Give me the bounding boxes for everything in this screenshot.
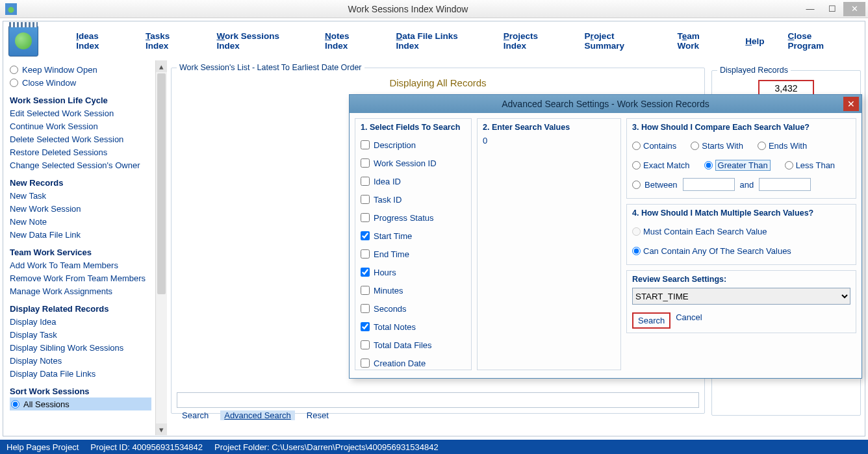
cmp-greater[interactable]: Greater Than bbox=[704, 160, 771, 171]
logo-icon bbox=[8, 25, 38, 57]
statusbar: Help Pages Project Project ID: 400956931… bbox=[0, 440, 868, 454]
worklist-legend: Work Session's List - Latest To Earliest… bbox=[177, 63, 364, 72]
scroll-up-icon[interactable]: ▴ bbox=[156, 60, 167, 72]
field-minutes[interactable]: Minutes bbox=[361, 281, 466, 299]
menu-notes[interactable]: Notes Index bbox=[325, 31, 373, 51]
scroll-down-icon[interactable]: ▾ bbox=[156, 423, 167, 435]
advanced-search-dialog: Advanced Search Settings - Work Session … bbox=[349, 94, 862, 379]
nav-remove-work-team[interactable]: Remove Work From Team Members bbox=[10, 271, 151, 284]
field-creation-date[interactable]: Creation Date bbox=[361, 354, 466, 372]
field-task-id[interactable]: Task ID bbox=[361, 190, 466, 208]
menu-close-program[interactable]: Close Program bbox=[788, 31, 848, 51]
tab-reset[interactable]: Reset bbox=[307, 410, 329, 420]
field-start-time[interactable]: Start Time bbox=[361, 227, 466, 245]
close-window[interactable]: Close Window bbox=[10, 76, 151, 89]
scroll-thumb[interactable] bbox=[157, 73, 166, 294]
field-seconds[interactable]: Seconds bbox=[361, 299, 466, 318]
cmp-ends[interactable]: Ends With bbox=[758, 141, 807, 151]
between-to[interactable] bbox=[759, 178, 811, 191]
nav-disp-idea[interactable]: Display Idea bbox=[10, 315, 151, 328]
search-value-0: 0 bbox=[483, 136, 615, 145]
cancel-button[interactable]: Cancel bbox=[676, 312, 702, 329]
nav-add-work-team[interactable]: Add Work To Team Members bbox=[10, 259, 151, 271]
field-total-data-files[interactable]: Total Data Files bbox=[361, 336, 466, 354]
left-nav: Keep Window Open Close Window Work Sessi… bbox=[3, 60, 155, 435]
nav-head-team: Team Work Services bbox=[10, 247, 151, 257]
menu-ideas[interactable]: Ideas Index bbox=[76, 31, 122, 51]
nav-new-work[interactable]: New Work Session bbox=[10, 202, 151, 215]
menu-tasks[interactable]: Tasks Index bbox=[146, 31, 193, 51]
nav-disp-datafile[interactable]: Display Data File Links bbox=[10, 367, 151, 380]
review-label: Review Search Settings: bbox=[632, 275, 850, 284]
field-total-notes[interactable]: Total Notes bbox=[361, 318, 466, 336]
nav-head-related: Display Related Records bbox=[10, 304, 151, 314]
cmp-contains[interactable]: Contains bbox=[632, 141, 676, 151]
nav-manage-work[interactable]: Manage Work Assignments bbox=[10, 284, 151, 297]
field-progress-status[interactable]: Progress Status bbox=[361, 208, 466, 227]
field-hours[interactable]: Hours bbox=[361, 263, 466, 281]
match-each: Must Contain Each Search Value bbox=[632, 227, 767, 236]
close-button[interactable]: ✕ bbox=[843, 2, 865, 16]
nav-disp-task[interactable]: Display Task bbox=[10, 328, 151, 341]
minimize-button[interactable]: — bbox=[799, 2, 821, 16]
menu-project-summary[interactable]: Project Summary bbox=[585, 31, 654, 51]
titlebar: Work Sessions Index Window — ☐ ✕ bbox=[0, 0, 868, 18]
nav-new-note[interactable]: New Note bbox=[10, 215, 151, 228]
menu-team-work[interactable]: Team Work bbox=[677, 31, 722, 51]
between-from[interactable] bbox=[683, 178, 735, 191]
status-project-folder: Project Folder: C:\Users\Darren\Projects… bbox=[214, 442, 439, 452]
tab-search[interactable]: Search bbox=[182, 410, 209, 420]
worklist-subtitle: Displaying All Records bbox=[177, 76, 699, 91]
keep-window-open[interactable]: Keep Window Open bbox=[10, 63, 151, 76]
nav-change-owner[interactable]: Change Selected Session's Owner bbox=[10, 158, 151, 171]
sort-all-sessions[interactable]: All Sessions bbox=[10, 397, 151, 410]
nav-new-task[interactable]: New Task bbox=[10, 189, 151, 202]
maximize-button[interactable]: ☐ bbox=[821, 2, 843, 16]
tab-advanced-search[interactable]: Advanced Search bbox=[220, 410, 295, 420]
search-input[interactable] bbox=[177, 392, 699, 408]
status-project: Help Pages Project bbox=[6, 442, 79, 452]
dialog-sec4: 4. How Should I Match Multiple Search Va… bbox=[632, 208, 850, 218]
match-any[interactable]: Can Contain Any Of The Search Values bbox=[632, 246, 791, 256]
cmp-exact[interactable]: Exact Match bbox=[632, 160, 690, 170]
cmp-starts[interactable]: Starts With bbox=[691, 141, 743, 151]
field-description[interactable]: Description bbox=[361, 136, 466, 154]
menu-data-file-links[interactable]: Data File Links Index bbox=[396, 31, 480, 51]
dialog-sec2: 2. Enter Search Values bbox=[483, 123, 615, 132]
menubar: Ideas Index Tasks Index Work Sessions In… bbox=[3, 21, 865, 60]
window-title: Work Sessions Index Window bbox=[17, 4, 799, 14]
review-select[interactable]: START_TIME bbox=[632, 288, 850, 305]
nav-restore[interactable]: Restore Deleted Sessions bbox=[10, 145, 151, 158]
menu-work-sessions[interactable]: Work Sessions Index bbox=[216, 31, 301, 51]
nav-head-life: Work Session Life Cycle bbox=[10, 95, 151, 105]
leftnav-scrollbar[interactable]: ▴ ▾ bbox=[155, 60, 167, 435]
nav-head-sort: Sort Work Sessions bbox=[10, 386, 151, 396]
dialog-sec1: 1. Select Fields To Search bbox=[361, 123, 466, 132]
field-end-time[interactable]: End Time bbox=[361, 245, 466, 263]
menu-projects[interactable]: Projects Index bbox=[504, 31, 561, 51]
nav-disp-notes[interactable]: Display Notes bbox=[10, 354, 151, 367]
cmp-between[interactable]: Between bbox=[632, 180, 678, 190]
nav-delete[interactable]: Delete Selected Work Session bbox=[10, 132, 151, 145]
svg-point-1 bbox=[8, 6, 14, 12]
nav-new-datafile[interactable]: New Data File Link bbox=[10, 228, 151, 241]
dialog-sec3: 3. How Should I Compare Each Search Valu… bbox=[632, 123, 850, 132]
nav-continue[interactable]: Continue Work Session bbox=[10, 120, 151, 132]
menu-help[interactable]: Help bbox=[745, 36, 764, 46]
status-project-id: Project ID: 400956931534842 bbox=[90, 442, 203, 452]
dialog-title: Advanced Search Settings - Work Session … bbox=[350, 95, 862, 113]
cmp-less[interactable]: Less Than bbox=[785, 160, 835, 170]
field-idea-id[interactable]: Idea ID bbox=[361, 172, 466, 190]
field-work-session-id[interactable]: Work Session ID bbox=[361, 154, 466, 172]
app-icon bbox=[5, 3, 17, 15]
dialog-close-button[interactable]: ✕ bbox=[843, 97, 859, 111]
nav-disp-sibling[interactable]: Display Sibling Work Sessions bbox=[10, 341, 151, 354]
nav-edit-selected[interactable]: Edit Selected Work Session bbox=[10, 107, 151, 120]
nav-head-new: New Records bbox=[10, 178, 151, 188]
search-button[interactable]: Search bbox=[632, 312, 670, 329]
between-and: and bbox=[740, 180, 754, 190]
